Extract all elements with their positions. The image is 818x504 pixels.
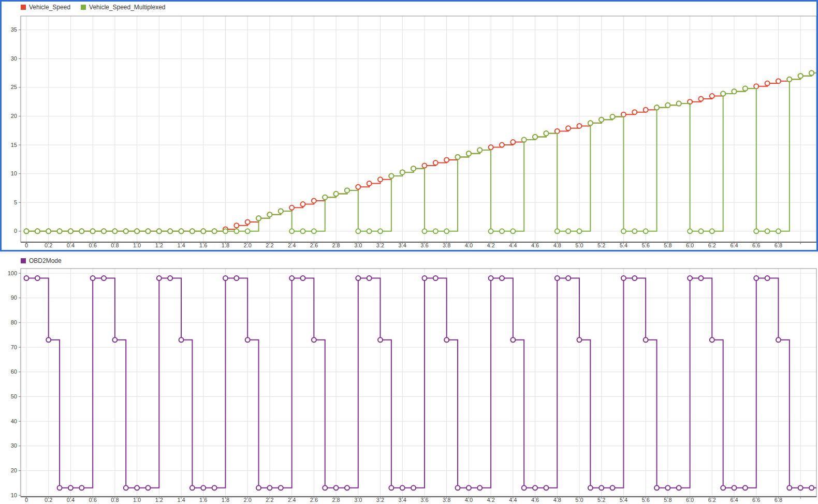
svg-text:90: 90 — [11, 294, 17, 301]
obd2mode-legend: OBD2Mode — [21, 257, 62, 264]
svg-text:5: 5 — [14, 199, 17, 205]
svg-text:2.6: 2.6 — [310, 497, 318, 503]
svg-text:1.4: 1.4 — [177, 497, 185, 503]
svg-text:6.4: 6.4 — [730, 242, 738, 248]
svg-text:30: 30 — [11, 55, 17, 62]
svg-text:5.8: 5.8 — [664, 242, 671, 248]
svg-text:4.8: 4.8 — [553, 242, 561, 248]
svg-text:3.0: 3.0 — [354, 242, 362, 248]
svg-text:4.4: 4.4 — [509, 497, 517, 503]
svg-text:3.6: 3.6 — [420, 497, 428, 503]
svg-text:1.8: 1.8 — [222, 497, 229, 503]
svg-text:3.8: 3.8 — [443, 242, 450, 248]
svg-text:80: 80 — [11, 319, 17, 325]
svg-text:2.8: 2.8 — [332, 497, 340, 503]
svg-text:6.6: 6.6 — [752, 242, 760, 248]
svg-text:10: 10 — [11, 170, 17, 176]
svg-text:0: 0 — [25, 497, 28, 503]
svg-text:40: 40 — [11, 418, 17, 424]
svg-text:20: 20 — [11, 113, 17, 119]
svg-text:1.6: 1.6 — [199, 497, 207, 503]
svg-text:4.2: 4.2 — [487, 497, 494, 503]
svg-text:1.8: 1.8 — [222, 242, 229, 248]
svg-text:10: 10 — [11, 492, 17, 498]
vehicle-speed-color-chip — [21, 5, 26, 10]
svg-text:0.4: 0.4 — [67, 497, 75, 503]
legend-item-vehicle-speed[interactable]: Vehicle_Speed — [21, 4, 70, 11]
svg-text:2.2: 2.2 — [266, 497, 273, 503]
svg-text:6.0: 6.0 — [686, 242, 694, 248]
svg-text:2.0: 2.0 — [244, 497, 252, 503]
svg-text:3.6: 3.6 — [420, 242, 428, 248]
svg-text:0.6: 0.6 — [89, 242, 97, 248]
svg-text:3.4: 3.4 — [399, 242, 406, 248]
svg-text:3.4: 3.4 — [399, 497, 406, 503]
svg-text:2.6: 2.6 — [310, 242, 318, 248]
svg-text:5.6: 5.6 — [642, 242, 650, 248]
svg-text:15: 15 — [11, 142, 17, 148]
svg-text:4.0: 4.0 — [465, 497, 473, 503]
svg-text:0: 0 — [25, 242, 28, 248]
obd2mode-color-chip — [21, 258, 26, 263]
svg-text:1.0: 1.0 — [133, 497, 141, 503]
svg-text:3.2: 3.2 — [376, 497, 384, 503]
svg-text:4.6: 4.6 — [531, 497, 539, 503]
svg-text:0.2: 0.2 — [45, 497, 52, 503]
svg-text:30: 30 — [11, 442, 17, 449]
svg-text:3.0: 3.0 — [354, 497, 362, 503]
legend-label-vehicle-speed-multiplexed: Vehicle_Speed_Multiplexed — [89, 4, 165, 11]
svg-text:5.6: 5.6 — [642, 497, 650, 503]
svg-text:5.4: 5.4 — [620, 497, 627, 503]
svg-text:6.0: 6.0 — [686, 497, 694, 503]
svg-text:70: 70 — [11, 344, 17, 350]
obd2mode-subplot[interactable]: OBD2Mode 00.20.40.60.81.01.21.41.61.82.0… — [0, 254, 818, 504]
svg-text:6.8: 6.8 — [775, 497, 782, 503]
svg-text:100: 100 — [8, 270, 17, 276]
svg-text:4.2: 4.2 — [487, 242, 494, 248]
svg-text:0.8: 0.8 — [111, 497, 119, 503]
svg-text:3.2: 3.2 — [376, 242, 384, 248]
svg-text:20: 20 — [11, 467, 17, 473]
svg-text:2.0: 2.0 — [244, 242, 252, 248]
legend-label-vehicle-speed: Vehicle_Speed — [29, 4, 70, 11]
svg-text:2.2: 2.2 — [266, 242, 273, 248]
svg-text:4.8: 4.8 — [553, 497, 561, 503]
svg-text:1.0: 1.0 — [133, 242, 141, 248]
svg-text:35: 35 — [11, 26, 17, 33]
legend-item-vehicle-speed-multiplexed[interactable]: Vehicle_Speed_Multiplexed — [81, 4, 165, 11]
svg-text:5.4: 5.4 — [620, 242, 627, 248]
obd2mode-plot-area[interactable]: 00.20.40.60.81.01.21.41.61.82.02.22.42.6… — [0, 254, 818, 504]
vehicle-speed-subplot[interactable]: Vehicle_Speed Vehicle_Speed_Multiplexed … — [0, 0, 818, 251]
svg-text:4.6: 4.6 — [531, 242, 539, 248]
svg-text:2.8: 2.8 — [332, 242, 340, 248]
svg-text:2.4: 2.4 — [288, 497, 296, 503]
svg-text:5.0: 5.0 — [575, 242, 583, 248]
svg-text:0: 0 — [14, 228, 17, 234]
svg-text:5.8: 5.8 — [664, 497, 671, 503]
svg-text:0.4: 0.4 — [67, 242, 75, 248]
legend-label-obd2mode: OBD2Mode — [29, 257, 62, 264]
svg-text:1.2: 1.2 — [155, 497, 163, 503]
vehicle-speed-plot-area[interactable]: 00.20.40.60.81.01.21.41.61.82.02.22.42.6… — [0, 0, 818, 251]
svg-text:0.6: 0.6 — [89, 497, 97, 503]
svg-text:1.6: 1.6 — [199, 242, 207, 248]
svg-text:6.6: 6.6 — [752, 497, 760, 503]
svg-text:50: 50 — [11, 393, 17, 399]
vehicle-speed-multiplexed-color-chip — [81, 5, 86, 10]
svg-text:1.4: 1.4 — [177, 242, 185, 248]
svg-text:25: 25 — [11, 84, 17, 90]
vehicle-speed-legend: Vehicle_Speed Vehicle_Speed_Multiplexed — [21, 4, 166, 11]
svg-text:5.2: 5.2 — [597, 242, 605, 248]
svg-text:5.0: 5.0 — [575, 497, 583, 503]
svg-text:6.4: 6.4 — [730, 497, 738, 503]
legend-item-obd2mode[interactable]: OBD2Mode — [21, 257, 62, 264]
svg-text:4.4: 4.4 — [509, 242, 517, 248]
svg-text:0.8: 0.8 — [111, 242, 119, 248]
svg-text:3.8: 3.8 — [443, 497, 450, 503]
svg-text:60: 60 — [11, 368, 17, 375]
svg-text:4.0: 4.0 — [465, 242, 473, 248]
svg-text:6.2: 6.2 — [708, 497, 716, 503]
svg-text:6.8: 6.8 — [775, 242, 782, 248]
svg-text:6.2: 6.2 — [708, 242, 716, 248]
svg-text:5.2: 5.2 — [597, 497, 605, 503]
